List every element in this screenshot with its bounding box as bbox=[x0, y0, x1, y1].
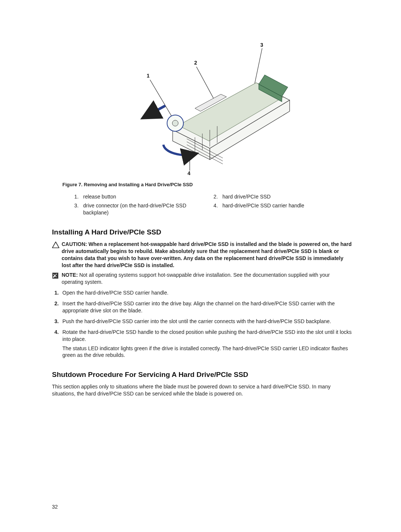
step-2: Insert the hard-drive/PCIe SSD carrier i… bbox=[60, 300, 353, 314]
drive-carrier-diagram bbox=[98, 22, 306, 176]
note-admonition: NOTE: Not all operating systems support … bbox=[52, 272, 353, 286]
step-3: Push the hard-drive/PCIe SSD carrier int… bbox=[60, 318, 353, 325]
legend-num: 4. bbox=[213, 202, 222, 216]
svg-point-12 bbox=[172, 120, 178, 126]
document-page: 1 2 3 4 Figure 7. Removing and Installin… bbox=[0, 0, 401, 532]
note-text: Not all operating systems support hot-sw… bbox=[62, 272, 330, 285]
figure-illustration: 1 2 3 4 bbox=[98, 22, 306, 176]
caution-admonition: CAUTION: When a replacement hot-swappabl… bbox=[52, 241, 353, 269]
legend-num: 2. bbox=[213, 193, 222, 200]
svg-line-0 bbox=[150, 80, 174, 120]
step-followup-text: The status LED indicator lights green if… bbox=[62, 345, 353, 359]
legend-text: hard-drive/PCIe SSD carrier handle bbox=[222, 202, 312, 216]
svg-line-2 bbox=[254, 48, 262, 85]
page-number: 32 bbox=[52, 503, 58, 510]
heading-installing: Installing A Hard Drive/PCIe SSD bbox=[52, 227, 353, 237]
step-4: Rotate the hard-drive/PCIe SSD handle to… bbox=[60, 329, 353, 359]
heading-shutdown: Shutdown Procedure For Servicing A Hard … bbox=[52, 370, 353, 380]
step-text: Insert the hard-drive/PCIe SSD carrier i… bbox=[62, 301, 335, 313]
step-text: Rotate the hard-drive/PCIe SSD handle to… bbox=[62, 329, 352, 342]
step-1: Open the hard-drive/PCIe SSD carrier han… bbox=[60, 289, 353, 296]
legend-text: hard drive/PCIe SSD bbox=[222, 193, 278, 200]
callout-2: 2 bbox=[194, 59, 197, 66]
caution-text: When a replacement hot-swappable hard dr… bbox=[62, 241, 352, 268]
figure-caption: Figure 7. Removing and Installing a Hard… bbox=[62, 181, 353, 188]
figure-legend-row-1: 1. release button 2. hard drive/PCIe SSD bbox=[74, 193, 353, 200]
legend-num: 1. bbox=[74, 193, 83, 200]
legend-text: drive connector (on the hard-drive/PCIe … bbox=[83, 202, 213, 216]
callout-3: 3 bbox=[260, 42, 263, 49]
svg-line-1 bbox=[196, 67, 213, 98]
step-text: Open the hard-drive/PCIe SSD carrier han… bbox=[62, 290, 169, 296]
section2-paragraph: This section applies only to situations … bbox=[52, 383, 353, 397]
note-icon bbox=[52, 272, 62, 286]
caution-icon bbox=[52, 241, 62, 269]
legend-text: release button bbox=[83, 193, 124, 200]
caution-label: CAUTION: bbox=[62, 241, 88, 247]
callout-4: 4 bbox=[188, 170, 190, 177]
note-label: NOTE: bbox=[62, 272, 79, 278]
step-text: Push the hard-drive/PCIe SSD carrier int… bbox=[62, 318, 331, 324]
procedure-steps: Open the hard-drive/PCIe SSD carrier han… bbox=[52, 289, 353, 359]
legend-num: 3. bbox=[74, 202, 83, 216]
callout-1: 1 bbox=[147, 72, 150, 79]
figure-legend-row-2: 3. drive connector (on the hard-drive/PC… bbox=[74, 202, 353, 216]
